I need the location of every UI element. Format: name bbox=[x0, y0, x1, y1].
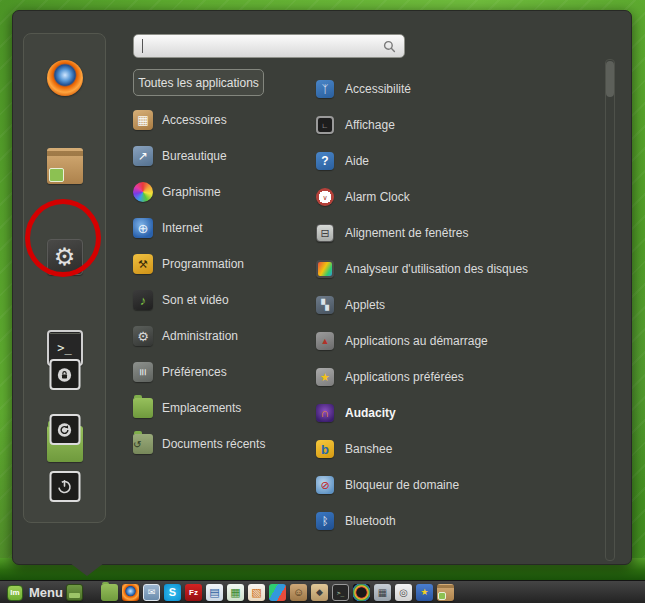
recent-documents-icon: ↺ bbox=[133, 434, 153, 454]
desktop: ⚙>_ Toutes les applications ▦Accessoires… bbox=[0, 0, 645, 603]
logout-icon bbox=[57, 422, 73, 438]
places-icon bbox=[133, 398, 153, 418]
lock-screen-button[interactable] bbox=[49, 359, 80, 390]
preferred-applications-icon: ★ bbox=[316, 368, 334, 386]
taskbar-launchers: ✉SFz▤▦▧☺◆>_▦◎★ bbox=[66, 583, 454, 602]
shutdown-button[interactable] bbox=[49, 471, 80, 502]
scrollbar-thumb[interactable] bbox=[606, 61, 614, 97]
taskbar-calculator[interactable]: ▦ bbox=[374, 584, 391, 601]
lock-icon bbox=[57, 367, 73, 383]
multimedia-icon: ♪ bbox=[133, 290, 153, 310]
mint-logo-icon: lm bbox=[7, 585, 23, 601]
app-banshee[interactable]: bBanshee bbox=[316, 431, 602, 467]
alarm-clock-icon: ∨ bbox=[316, 188, 334, 206]
graphics-icon bbox=[133, 182, 153, 202]
audacity-icon: ∩ bbox=[316, 404, 334, 422]
cat-label: Programmation bbox=[162, 257, 244, 271]
taskbar-firefox[interactable] bbox=[122, 584, 139, 601]
taskbar-lo-writer[interactable]: ▤ bbox=[206, 584, 223, 601]
app-list-scrollbar[interactable] bbox=[605, 59, 615, 561]
app-label: Aide bbox=[345, 154, 369, 168]
app-applications-preferees[interactable]: ★Applications préférées bbox=[316, 359, 602, 395]
app-label: Alignement de fenêtres bbox=[345, 226, 468, 240]
taskbar-lo-calc[interactable]: ▦ bbox=[227, 584, 244, 601]
app-label: Banshee bbox=[345, 442, 392, 456]
cat-label: Internet bbox=[162, 221, 203, 235]
app-affichage[interactable]: ∟Affichage bbox=[316, 107, 602, 143]
app-applications-au-demarrage[interactable]: ▲Applications au démarrage bbox=[316, 323, 602, 359]
accessories-icon: ▦ bbox=[133, 110, 153, 130]
app-bluetooth[interactable]: ᛒBluetooth bbox=[316, 503, 602, 539]
favorites-sidebar: ⚙>_ bbox=[23, 33, 106, 523]
app-label: Bluetooth bbox=[345, 514, 396, 528]
cat-accessoires[interactable]: ▦Accessoires bbox=[133, 102, 309, 138]
internet-icon: ⊕ bbox=[133, 218, 153, 238]
taskbar-terminal[interactable]: >_ bbox=[332, 584, 349, 601]
cat-bureautique[interactable]: ↗Bureautique bbox=[133, 138, 309, 174]
cat-label: Documents récents bbox=[162, 437, 265, 451]
taskbar-gimp[interactable]: ☺ bbox=[290, 584, 307, 601]
app-applets[interactable]: ▚Applets bbox=[316, 287, 602, 323]
cat-graphisme[interactable]: Graphisme bbox=[133, 174, 309, 210]
menu-button-label: Menu bbox=[29, 585, 63, 600]
cat-label: Administration bbox=[162, 329, 238, 343]
cat-label: Accessoires bbox=[162, 113, 227, 127]
taskbar-filezilla[interactable]: Fz bbox=[185, 584, 202, 601]
app-label: Audacity bbox=[345, 406, 396, 420]
logout-button[interactable] bbox=[49, 414, 80, 445]
app-label: Applications préférées bbox=[345, 370, 464, 384]
app-accessibilite[interactable]: ᛉAccessibilité bbox=[316, 71, 602, 107]
menu-button[interactable]: lm Menu bbox=[3, 583, 67, 602]
cat-programmation[interactable]: ⚒Programmation bbox=[133, 246, 309, 282]
app-analyseur-disques[interactable]: Analyseur d'utilisation des disques bbox=[316, 251, 602, 287]
app-label: Applets bbox=[345, 298, 385, 312]
app-audacity[interactable]: ∩Audacity bbox=[316, 395, 602, 431]
app-aide[interactable]: ?Aide bbox=[316, 143, 602, 179]
cat-preferences[interactable]: ≡Préférences bbox=[133, 354, 309, 390]
category-list: ▦Accessoires↗BureautiqueGraphisme⊕Intern… bbox=[133, 102, 309, 462]
accessibility-icon: ᛉ bbox=[316, 80, 334, 98]
taskbar: lm Menu ✉SFz▤▦▧☺◆>_▦◎★ bbox=[0, 580, 645, 603]
menu-pointer-arrow bbox=[70, 563, 104, 576]
app-label: Affichage bbox=[345, 118, 395, 132]
taskbar-game[interactable]: ★ bbox=[416, 584, 433, 601]
favorite-software-manager[interactable] bbox=[47, 148, 83, 184]
taskbar-pdf-shuffler[interactable] bbox=[269, 584, 286, 601]
domain-blocker-icon: ⊘ bbox=[316, 476, 334, 494]
mint-menu-popup: ⚙>_ Toutes les applications ▦Accessoires… bbox=[12, 10, 632, 565]
shutdown-icon bbox=[57, 479, 73, 495]
cat-administration[interactable]: ⚙Administration bbox=[133, 318, 309, 354]
favorite-firefox[interactable] bbox=[47, 60, 83, 96]
text-cursor bbox=[142, 39, 143, 53]
cat-son-et-video[interactable]: ♪Son et vidéo bbox=[133, 282, 309, 318]
taskbar-lo-impress[interactable]: ▧ bbox=[248, 584, 265, 601]
app-bloqueur-de-domaine[interactable]: ⊘Bloqueur de domaine bbox=[316, 467, 602, 503]
app-label: Alarm Clock bbox=[345, 190, 410, 204]
help-icon: ? bbox=[316, 152, 334, 170]
app-alignement-de-fenetres[interactable]: ⊟Alignement de fenêtres bbox=[316, 215, 602, 251]
cat-label: Emplacements bbox=[162, 401, 241, 415]
all-applications-button[interactable]: Toutes les applications bbox=[133, 69, 264, 96]
administration-icon: ⚙ bbox=[133, 326, 153, 346]
taskbar-thunderbird[interactable]: ✉ bbox=[143, 584, 160, 601]
taskbar-inkscape[interactable]: ◆ bbox=[311, 584, 328, 601]
app-label: Analyseur d'utilisation des disques bbox=[345, 262, 528, 276]
window-tiling-icon: ⊟ bbox=[316, 224, 334, 242]
taskbar-media-player[interactable] bbox=[353, 584, 370, 601]
app-alarm-clock[interactable]: ∨Alarm Clock bbox=[316, 179, 602, 215]
sidebar-separator bbox=[50, 333, 80, 334]
banshee-icon: b bbox=[316, 440, 334, 458]
cat-internet[interactable]: ⊕Internet bbox=[133, 210, 309, 246]
taskbar-show-desktop[interactable] bbox=[66, 584, 83, 601]
taskbar-skype[interactable]: S bbox=[164, 584, 181, 601]
taskbar-software-manager[interactable] bbox=[437, 584, 454, 601]
cat-documents-recents[interactable]: ↺Documents récents bbox=[133, 426, 309, 462]
taskbar-files[interactable] bbox=[101, 584, 118, 601]
favorite-system-settings[interactable]: ⚙ bbox=[47, 239, 83, 275]
app-label: Accessibilité bbox=[345, 82, 411, 96]
cat-emplacements[interactable]: Emplacements bbox=[133, 390, 309, 426]
search-icon bbox=[383, 40, 396, 53]
search-input[interactable] bbox=[133, 34, 405, 58]
taskbar-screenshot[interactable]: ◎ bbox=[395, 584, 412, 601]
cat-label: Préférences bbox=[162, 365, 227, 379]
